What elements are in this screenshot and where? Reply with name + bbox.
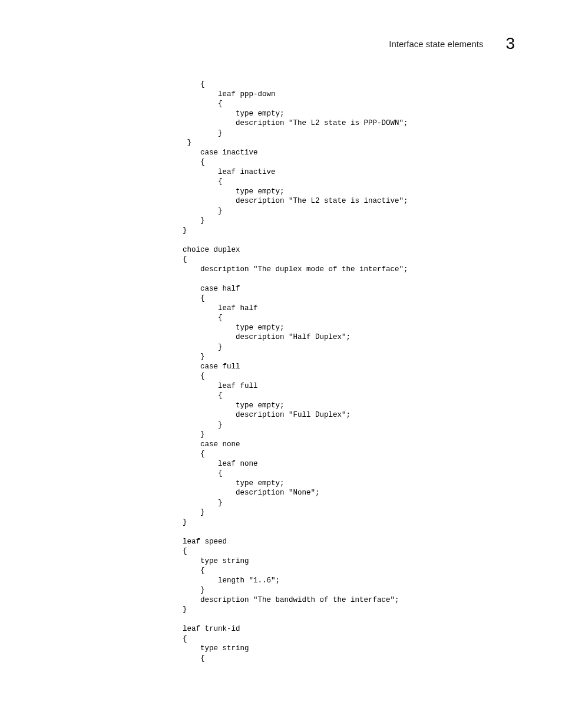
page-header: Interface state elements 3 <box>389 34 515 53</box>
code-listing: { leaf ppp-down { type empty; descriptio… <box>183 80 562 663</box>
chapter-number: 3 <box>505 34 515 53</box>
header-title: Interface state elements <box>389 39 483 49</box>
